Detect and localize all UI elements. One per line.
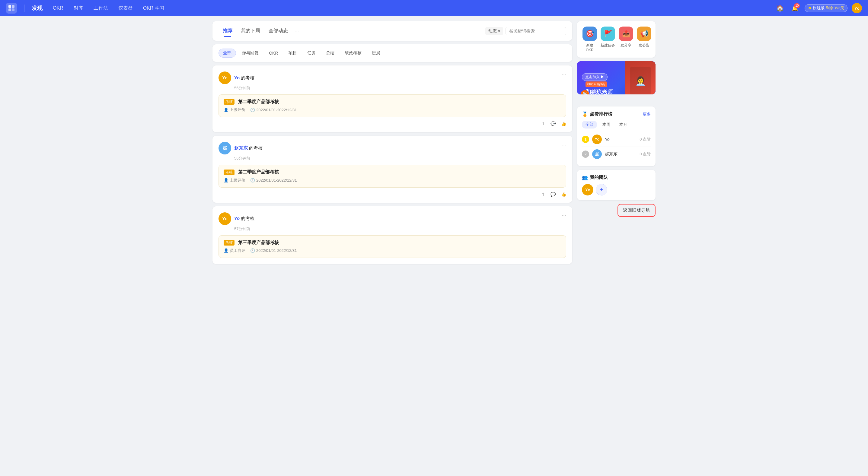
feed-content-tag-1: 考核 <box>224 99 235 105</box>
filter-task[interactable]: 任务 <box>303 49 320 58</box>
like-icon-1: 👍 <box>561 121 566 126</box>
sidebar: 🎯 新建OKR 🚩 新建任务 📤 发分享 📢 发公告 <box>577 21 655 267</box>
nav-link-learning[interactable]: OKR 学习 <box>139 3 169 13</box>
feed-avatar-3: Yc <box>218 212 231 225</box>
ranking-icon: 🏅 <box>582 111 588 117</box>
ranking-row-2: 2 赵 赵东东 0 点赞 <box>582 147 651 161</box>
quick-actions-card: 🎯 新建OKR 🚩 新建任务 📤 发分享 📢 发公告 <box>577 21 655 58</box>
ranking-row-1: 1 Yc Yo 0 点赞 <box>582 132 651 147</box>
share-label: 发分享 <box>621 43 631 48</box>
feed-meta-eval-label-3: 员工自评 <box>230 248 245 253</box>
comment-icon-1: 💬 <box>551 121 556 126</box>
tab-recommend[interactable]: 推荐 <box>218 26 237 36</box>
home-button[interactable]: 🏠 <box>774 3 785 13</box>
filter-dropdown[interactable]: 动态 ▾ <box>485 27 503 35</box>
feed-user-2[interactable]: 赵东东 <box>234 146 248 151</box>
feed-like-btn-2[interactable]: 👍 <box>561 192 566 197</box>
feed-title-suffix-1: 的考核 <box>240 75 254 80</box>
banner-join-button[interactable]: 点击加入 ▶ <box>582 73 608 81</box>
feed-user-3[interactable]: Yo <box>234 216 240 221</box>
logo <box>6 3 17 13</box>
team-member-1[interactable]: Yc <box>582 184 593 195</box>
filter-project[interactable]: 项目 <box>284 49 302 58</box>
filter-okr[interactable]: OKR <box>265 49 282 57</box>
feed-content-meta-3: 👤 员工自评 🕐 2022/01/01-2022/12/31 <box>224 248 561 253</box>
feed-forward-btn-1[interactable]: ⬆ <box>541 121 545 126</box>
feed-item-2: 赵 赵东东 的考核 ··· 56分钟前 考核 第二季度产品部考核 👤 上级评价 … <box>213 136 572 202</box>
feed-content-meta-1: 👤 上级评价 🕐 2022/01/01-2022/12/31 <box>224 107 561 113</box>
ranking-tab-month[interactable]: 本月 <box>616 121 631 128</box>
user-avatar[interactable]: Yc <box>852 3 862 13</box>
nav-link-workflow[interactable]: 工作法 <box>89 3 112 13</box>
feed-actions-1: ⬆ 💬 👍 <box>218 121 566 126</box>
feed-user-1[interactable]: Yo <box>234 75 240 80</box>
ranking-tabs: 全部 本周 本月 <box>582 121 651 128</box>
feed-more-btn-1[interactable]: ··· <box>562 71 566 78</box>
search-input[interactable] <box>505 27 566 35</box>
quick-share[interactable]: 📤 发分享 <box>619 27 633 52</box>
feed-more-btn-2[interactable]: ··· <box>562 142 566 148</box>
feed-meta-eval-label-1: 上级评价 <box>230 107 245 113</box>
filter-at-reply[interactable]: @与回复 <box>237 49 263 58</box>
feed-item-3: Yc Yo 的考核 ··· 57分钟前 考核 第三季度产品部考核 👤 员工自评 … <box>213 206 572 264</box>
feed-meta-date-2: 🕐 2022/01/01-2022/12/31 <box>250 178 297 183</box>
feed-more-btn-3[interactable]: ··· <box>562 212 566 219</box>
rank-number-2: 2 <box>582 151 589 158</box>
feed-comment-btn-2[interactable]: 💬 <box>551 192 556 197</box>
team-card: 👥 我的团队 Yc + <box>577 170 655 200</box>
feed-header-3: Yc Yo 的考核 ··· <box>218 212 566 225</box>
return-nav-container: 返回旧版导航 <box>577 204 655 217</box>
feed-title-2: 赵东东 的考核 <box>234 146 262 151</box>
plan-tag[interactable]: ⚑ 旗舰版 剩余352天 <box>805 4 847 12</box>
filter-summary[interactable]: 总结 <box>321 49 339 58</box>
tabs-card: 推荐 我的下属 全部动态 ··· 动态 ▾ <box>213 21 572 41</box>
feed-content-name-3[interactable]: 第三季度产品部考核 <box>238 240 279 245</box>
feed-meta-eval-label-2: 上级评价 <box>230 178 245 183</box>
feed-comment-btn-1[interactable]: 💬 <box>551 121 556 126</box>
feed-content-name-2[interactable]: 第二季度产品部考核 <box>238 169 279 174</box>
filter-performance[interactable]: 绩效考核 <box>340 49 366 58</box>
svg-rect-3 <box>12 8 14 11</box>
feed-header-1: Yc Yo 的考核 ··· <box>218 71 566 84</box>
user-icon-2: 👤 <box>224 178 228 183</box>
like-icon-2: 👍 <box>561 192 566 197</box>
team-add-button[interactable]: + <box>596 184 607 195</box>
tab-all-dynamics[interactable]: 全部动态 <box>265 26 292 36</box>
nav-link-dashboard[interactable]: 仪表盘 <box>114 3 137 13</box>
return-nav-button[interactable]: 返回旧版导航 <box>618 204 655 217</box>
ranking-card: 🏅 点赞排行榜 更多 全部 本周 本月 1 Yc Yo 0 点赞 2 赵 赵东东… <box>577 106 655 166</box>
chevron-down-icon: ▾ <box>498 29 500 33</box>
feed-meta-eval-1: 👤 上级评价 <box>224 107 245 113</box>
team-header: 👥 我的团队 <box>582 174 651 180</box>
rank-number-1: 1 <box>582 136 589 143</box>
nav-link-okr[interactable]: OKR <box>49 4 68 13</box>
tabs-right: 动态 ▾ <box>485 27 566 35</box>
nav-right: 🏠 🔔 10 ⚑ 旗舰版 剩余352天 Yc <box>774 3 862 13</box>
filter-progress[interactable]: 进展 <box>367 49 385 58</box>
filter-all[interactable]: 全部 <box>218 49 236 58</box>
ranking-more-link[interactable]: 更多 <box>643 112 651 117</box>
nav-link-discover[interactable]: 发现 <box>28 3 47 13</box>
feed-content-3: 考核 第三季度产品部考核 👤 员工自评 🕐 2022/01/01-2022/12… <box>218 235 566 258</box>
tab-more-button[interactable]: ··· <box>292 26 302 36</box>
feed-content-name-1[interactable]: 第二季度产品部考核 <box>238 99 279 104</box>
svg-rect-1 <box>12 5 14 8</box>
nav-link-align[interactable]: 对齐 <box>69 3 88 13</box>
filter-card: 全部 @与回复 OKR 项目 任务 总结 绩效考核 进展 <box>213 44 572 62</box>
feed-time-1: 56分钟前 <box>234 85 566 91</box>
notification-button[interactable]: 🔔 10 <box>789 3 800 13</box>
feed-like-btn-1[interactable]: 👍 <box>561 121 566 126</box>
feed-meta-date-label-3: 2022/01/01-2022/12/31 <box>256 248 297 253</box>
quick-announce[interactable]: 📢 发公告 <box>637 27 651 52</box>
quick-new-task[interactable]: 🚩 新建任务 <box>600 27 615 52</box>
feed-forward-btn-2[interactable]: ⬆ <box>541 192 545 197</box>
tab-subordinates[interactable]: 我的下属 <box>237 26 265 36</box>
sidebar-banner[interactable]: 06/14 晚8点 和姚琼老师聊一聊 OKR 点击加入 ▶ 👩‍💼 📡 <box>577 61 655 94</box>
feed-content-meta-2: 👤 上级评价 🕐 2022/01/01-2022/12/31 <box>224 178 561 183</box>
nav-divider <box>24 4 25 12</box>
ranking-tab-week[interactable]: 本周 <box>599 121 614 128</box>
quick-new-okr[interactable]: 🎯 新建OKR <box>583 27 597 52</box>
feed-actions-2: ⬆ 💬 👍 <box>218 192 566 197</box>
feed-header-2: 赵 赵东东 的考核 ··· <box>218 142 566 154</box>
ranking-tab-all[interactable]: 全部 <box>582 121 597 128</box>
